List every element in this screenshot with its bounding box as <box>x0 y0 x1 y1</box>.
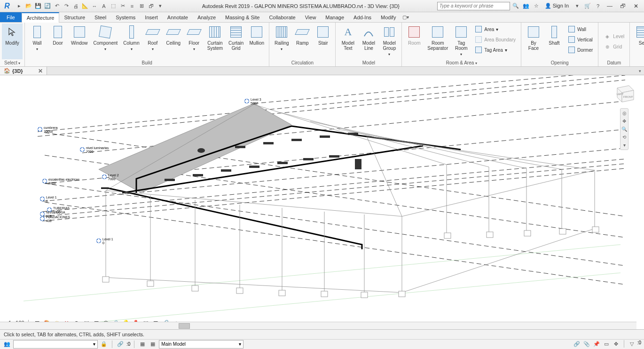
sb-select-face-icon[interactable]: ▭ <box>602 340 611 349</box>
help-icon[interactable]: ? <box>593 1 603 11</box>
sb-workset-icon[interactable]: 👥 <box>3 340 11 349</box>
qat-sync-icon[interactable]: 🔄 <box>43 2 52 10</box>
railing-button[interactable]: Railing <box>271 24 292 59</box>
by-face-button[interactable]: By Face <box>523 24 544 59</box>
tab-modify[interactable]: Modify <box>376 12 401 22</box>
tab-addins[interactable]: Add-Ins <box>349 12 376 22</box>
drawing-canvas[interactable]: Level 3 5882 cumbrera 10000 nivel lumina… <box>0 75 644 329</box>
full-nav-wheel-icon[interactable]: ◎ <box>622 111 627 116</box>
tab-view[interactable]: View <box>300 12 321 22</box>
shaft-button[interactable]: Shaft <box>544 24 565 59</box>
signin-button[interactable]: 👤 Sign In <box>545 3 569 9</box>
opening-dormer-button[interactable]: Dormer <box>566 45 594 55</box>
qat-dimension-icon[interactable]: ↔ <box>90 2 99 10</box>
qat-undo-icon[interactable]: ↶ <box>53 2 61 10</box>
qat-thinlines-icon[interactable]: ≡ <box>128 2 136 10</box>
zoom-icon[interactable]: 🔍 <box>621 127 627 132</box>
roof-button[interactable]: Roof <box>142 24 163 59</box>
model-text-button[interactable]: AModel Text <box>338 24 358 59</box>
cart-icon[interactable]: 🛒 <box>583 1 592 11</box>
qat-switch-icon[interactable]: 🗗 <box>147 2 155 10</box>
exchange-icon[interactable]: ▾ <box>573 1 582 11</box>
search-go-icon[interactable]: 🔍 <box>511 1 520 11</box>
ramp-button[interactable]: Ramp <box>292 24 313 59</box>
tab-systems[interactable]: Systems <box>111 12 140 22</box>
restore-button[interactable]: 🗗 <box>617 1 629 11</box>
view-tab-3d[interactable]: 🏠 {3D} ✕ <box>0 67 47 75</box>
opening-vertical-button[interactable]: Vertical <box>566 35 594 44</box>
qat-measure-icon[interactable]: 📐 <box>81 2 89 10</box>
set-workplane-button[interactable]: Set <box>632 24 644 59</box>
column-button[interactable]: Column <box>120 24 142 59</box>
qat-open-icon[interactable]: ▸ <box>15 2 24 10</box>
view-cube[interactable]: FRONTLEFT <box>610 81 638 104</box>
door-button[interactable]: Door <box>47 24 68 59</box>
area-boundary-button[interactable]: Area Boundary <box>473 35 517 44</box>
lookdown-icon[interactable]: ▾ <box>623 143 626 148</box>
qat-open-file-icon[interactable]: 📂 <box>24 2 33 10</box>
qat-close-hidden-icon[interactable]: ⊞ <box>137 2 146 10</box>
close-button[interactable]: ✕ <box>630 1 642 11</box>
curtain-system-button[interactable]: Curtain System <box>204 24 226 59</box>
stair-button[interactable]: Stair <box>313 24 333 59</box>
tab-structure[interactable]: Structure <box>59 12 90 22</box>
scrollbar-thumb[interactable] <box>179 323 190 329</box>
tab-manage[interactable]: Manage <box>321 12 349 22</box>
tab-collaborate[interactable]: Collaborate <box>264 12 300 22</box>
model-line-button[interactable]: Model Line <box>358 24 379 59</box>
sb-select-underlay-icon[interactable]: 📎 <box>582 340 591 349</box>
close-view-icon[interactable]: ✕ <box>38 68 43 74</box>
tag-area-button[interactable]: Tag Area ▾ <box>473 45 517 55</box>
sb-design-options-icon[interactable]: ▦ <box>138 340 147 349</box>
sb-exclude-options-icon[interactable]: ▦ <box>149 340 157 349</box>
sb-drag-elements-icon[interactable]: ✥ <box>612 340 620 349</box>
qat-save-icon[interactable]: 💾 <box>34 2 42 10</box>
qat-redo-icon[interactable]: ↷ <box>62 2 71 10</box>
component-button[interactable]: Component <box>91 24 121 59</box>
view-tabs-overflow-icon[interactable]: ▾ <box>636 69 644 73</box>
tab-insert[interactable]: Insert <box>140 12 163 22</box>
tab-context-icon[interactable]: ▢▾ <box>401 12 411 22</box>
level-button[interactable]: ◈Level <box>602 32 626 41</box>
sb-select-links-icon[interactable]: 🔗 <box>573 340 581 349</box>
room-button[interactable]: Room <box>404 24 424 59</box>
design-option-combo[interactable]: Main Model▾ <box>159 340 243 349</box>
group-label-select[interactable]: Select <box>2 59 23 66</box>
qat-3d-icon[interactable]: ⬚ <box>109 2 118 10</box>
sb-select-pinned-icon[interactable]: 📌 <box>592 340 601 349</box>
orbit-icon[interactable]: ⟲ <box>622 135 626 140</box>
tab-annotate[interactable]: Annotate <box>163 12 193 22</box>
mullion-button[interactable]: Mullion <box>246 24 267 59</box>
floor-button[interactable]: Floor <box>184 24 204 59</box>
tab-steel[interactable]: Steel <box>90 12 111 22</box>
tag-room-button[interactable]: Tag Room <box>451 24 471 59</box>
grid-button[interactable]: ⊕Grid <box>602 42 626 51</box>
group-label-room-area[interactable]: Room & Area <box>404 59 519 66</box>
tab-analyze[interactable]: Analyze <box>193 12 220 22</box>
search-input[interactable] <box>437 2 510 10</box>
area-button[interactable]: Area ▾ <box>473 24 517 34</box>
opening-wall-button[interactable]: Wall <box>566 24 594 34</box>
sb-editable-only-icon[interactable]: 🔒 <box>100 340 108 349</box>
tab-massing[interactable]: Massing & Site <box>220 12 264 22</box>
qat-text-icon[interactable]: A <box>100 2 108 10</box>
ceiling-button[interactable]: Ceiling <box>163 24 184 59</box>
sb-selection-count-icon[interactable]: 🔗 <box>116 340 125 349</box>
minimize-button[interactable]: — <box>604 1 616 11</box>
room-separator-button[interactable]: Room Separator <box>424 24 451 59</box>
favorite-icon[interactable]: ☆ <box>532 1 541 11</box>
sb-filter-icon[interactable]: ▽ <box>628 340 636 349</box>
wall-button[interactable]: Wall <box>27 24 47 59</box>
active-workset-combo[interactable]: ▾ <box>13 340 98 349</box>
tab-architecture[interactable]: Architecture <box>22 12 60 23</box>
qat-print-icon[interactable]: 🖨 <box>71 2 80 10</box>
model-group-button[interactable]: Model Group <box>379 24 400 59</box>
comm-icon[interactable]: 👥 <box>521 1 531 11</box>
qat-customize-icon[interactable]: ▾ <box>156 2 165 10</box>
horizontal-scrollbar[interactable] <box>0 322 636 329</box>
pan-icon[interactable]: ✥ <box>622 119 626 124</box>
window-button[interactable]: Window <box>68 24 91 59</box>
modify-button[interactable]: Modify <box>2 24 23 59</box>
curtain-grid-button[interactable]: Curtain Grid <box>226 24 246 59</box>
file-tab[interactable]: File <box>0 12 22 22</box>
